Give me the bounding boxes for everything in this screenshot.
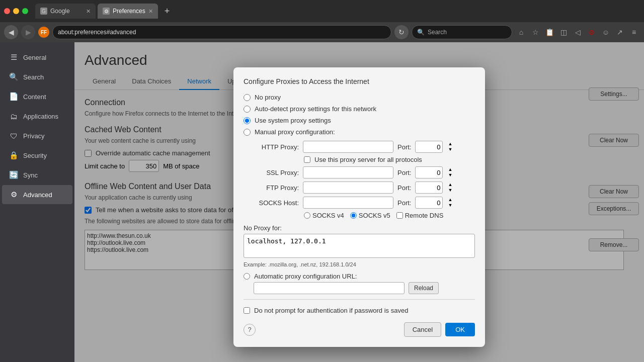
- sidebar-item-content[interactable]: 📄 Content: [2, 87, 72, 106]
- socks-port-down[interactable]: ▼: [448, 203, 452, 208]
- sidebar-item-general[interactable]: ☰ General: [2, 48, 72, 67]
- tab-preferences-label: Preferences: [113, 8, 145, 15]
- label-auto-detect: Auto-detect proxy settings for this netw…: [255, 105, 376, 113]
- back2-icon[interactable]: ◁: [572, 26, 584, 38]
- ftp-port-input[interactable]: [415, 182, 443, 194]
- sidebar-label-content: Content: [23, 93, 46, 101]
- share-icon[interactable]: ↗: [614, 26, 626, 38]
- no-proxy-section: No Proxy for: localhost, 127.0.0.1 Examp…: [244, 224, 475, 267]
- http-port-input[interactable]: [415, 141, 443, 153]
- radio-auto-proxy[interactable]: [244, 273, 250, 280]
- minimize-traffic-light[interactable]: [13, 8, 19, 14]
- back-button[interactable]: ◀: [4, 25, 18, 39]
- general-icon: ☰: [9, 53, 18, 62]
- no-proxy-example: Example: .mozilla.org, .net.nz, 192.168.…: [244, 261, 475, 267]
- help-button[interactable]: ?: [244, 324, 256, 336]
- socks-port-input[interactable]: [415, 197, 443, 209]
- option-use-system[interactable]: Use system proxy settings: [244, 117, 475, 124]
- ftp-proxy-label: FTP Proxy:: [254, 184, 299, 192]
- radio-auto-detect[interactable]: [244, 106, 251, 113]
- socks-v4-option[interactable]: SOCKS v4: [304, 212, 344, 219]
- socks-port-up[interactable]: ▲: [448, 197, 452, 203]
- sidebar: ☰ General 🔍 Search 📄 Content 🗂 Applicati…: [0, 42, 74, 362]
- sidebar-item-security[interactable]: 🔒 Security: [2, 146, 72, 165]
- tab-google-close[interactable]: ✕: [86, 8, 91, 15]
- sidebar-item-applications[interactable]: 🗂 Applications: [2, 107, 72, 126]
- new-tab-button[interactable]: +: [160, 4, 174, 18]
- http-proxy-row: HTTP Proxy: Port: ▲ ▼: [254, 141, 475, 153]
- option-no-proxy[interactable]: No proxy: [244, 94, 475, 101]
- ssl-port-down[interactable]: ▼: [448, 172, 452, 178]
- option-manual[interactable]: Manual proxy configuration:: [244, 128, 475, 136]
- nav-icons: ⌂ ☆ 📋 ◫ ◁ ⊘ ☺ ↗ ≡: [515, 26, 640, 38]
- maximize-traffic-light[interactable]: [22, 8, 28, 14]
- sidebar-item-sync[interactable]: 🔄 Sync: [2, 165, 72, 185]
- sidebar-label-applications: Applications: [23, 113, 58, 120]
- dialog-footer: ? Cancel OK: [244, 322, 475, 337]
- auth-checkbox[interactable]: [244, 307, 250, 314]
- forward-button[interactable]: ▶: [21, 25, 35, 39]
- sidebar-item-search[interactable]: 🔍 Search: [2, 67, 72, 86]
- http-proxy-label: HTTP Proxy:: [254, 143, 299, 151]
- option-auto-detect[interactable]: Auto-detect proxy settings for this netw…: [244, 105, 475, 113]
- google-favicon: G: [40, 8, 47, 15]
- adblock-icon[interactable]: ⊘: [586, 26, 598, 38]
- ftp-proxy-input[interactable]: [303, 182, 393, 194]
- traffic-lights: [4, 8, 28, 14]
- tab-google-label: Google: [50, 8, 70, 15]
- tab-preferences[interactable]: ⚙ Preferences ✕: [98, 4, 158, 19]
- reload-button[interactable]: ↻: [394, 25, 409, 39]
- sidebar-label-security: Security: [23, 152, 47, 159]
- ssl-proxy-input[interactable]: [303, 166, 393, 178]
- use-for-all-row: Use this proxy server for all protocols: [304, 156, 475, 163]
- ftp-proxy-row: FTP Proxy: Port: ▲ ▼: [254, 182, 475, 194]
- socks-v5-label: SOCKS v5: [359, 212, 390, 219]
- use-for-all-checkbox[interactable]: [304, 156, 310, 163]
- close-traffic-light[interactable]: [4, 8, 10, 14]
- tab-google[interactable]: G Google ✕: [35, 4, 96, 19]
- ssl-port-input[interactable]: [415, 166, 443, 178]
- menu-icon[interactable]: ≡: [628, 26, 640, 38]
- search-icon: 🔍: [417, 29, 425, 36]
- search-bar[interactable]: 🔍 Search: [412, 25, 512, 39]
- url-bar[interactable]: about:preferences#advanced: [52, 25, 391, 39]
- auto-proxy-row: Reload: [254, 282, 475, 294]
- face-icon[interactable]: ☺: [600, 26, 612, 38]
- http-port-up[interactable]: ▲: [448, 141, 452, 147]
- bookmark-icon[interactable]: ☆: [529, 26, 541, 38]
- radio-use-system[interactable]: [244, 117, 251, 124]
- radio-manual[interactable]: [244, 129, 251, 136]
- ssl-port-label: Port:: [397, 169, 411, 176]
- ftp-port-down[interactable]: ▼: [448, 188, 452, 193]
- reload-button-dialog[interactable]: Reload: [409, 282, 439, 294]
- http-port-down[interactable]: ▼: [448, 147, 452, 152]
- firefox-icon: FF: [38, 27, 49, 38]
- ftp-port-up[interactable]: ▲: [448, 182, 452, 188]
- clipboard-icon[interactable]: 📋: [543, 26, 555, 38]
- ok-button[interactable]: OK: [445, 323, 475, 336]
- label-no-proxy: No proxy: [255, 94, 281, 101]
- radio-no-proxy[interactable]: [244, 94, 251, 101]
- auto-proxy-input[interactable]: [254, 282, 405, 294]
- remote-dns-checkbox[interactable]: [396, 212, 403, 219]
- remote-dns-option[interactable]: Remote DNS: [396, 212, 444, 219]
- cancel-button[interactable]: Cancel: [404, 322, 441, 337]
- tab-preferences-close[interactable]: ✕: [148, 8, 153, 15]
- socks-host-input[interactable]: [303, 197, 393, 209]
- http-proxy-input[interactable]: [303, 141, 393, 153]
- socks-v5-option[interactable]: SOCKS v5: [350, 212, 390, 219]
- pocket-icon[interactable]: ◫: [557, 26, 570, 38]
- sidebar-item-privacy[interactable]: 🛡 Privacy: [2, 126, 72, 145]
- radio-socks-v5[interactable]: [350, 212, 357, 219]
- auto-proxy-option[interactable]: Automatic proxy configuration URL:: [244, 273, 475, 280]
- radio-socks-v4[interactable]: [304, 212, 310, 219]
- sidebar-item-advanced[interactable]: ⚙ Advanced: [2, 185, 72, 204]
- auto-proxy-label: Automatic proxy configuration URL:: [254, 273, 357, 280]
- home-icon[interactable]: ⌂: [515, 26, 527, 38]
- no-proxy-input[interactable]: localhost, 127.0.0.1: [244, 234, 475, 258]
- sidebar-label-search: Search: [23, 73, 44, 81]
- prefs-favicon: ⚙: [103, 8, 110, 15]
- ssl-port-up[interactable]: ▲: [448, 167, 452, 172]
- auth-label: Do not prompt for authentication if pass…: [254, 307, 408, 314]
- navbar: ◀ ▶ FF about:preferences#advanced ↻ 🔍 Se…: [0, 22, 644, 42]
